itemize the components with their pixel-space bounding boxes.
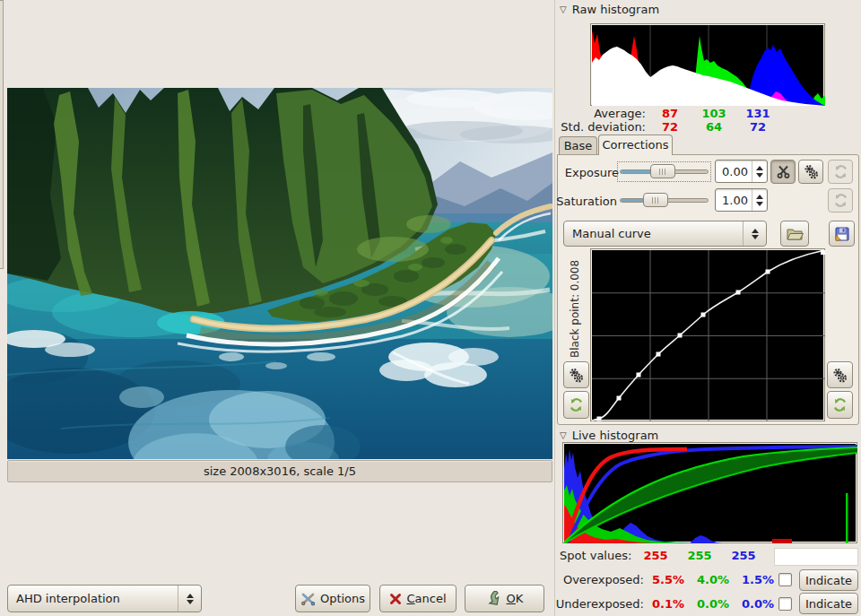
reset-exposure-button[interactable] xyxy=(828,160,853,184)
underexposed-indicate-button[interactable]: Indicate xyxy=(799,593,858,614)
stddev-label: Std. deviation: xyxy=(556,120,646,134)
clip-highlights-button[interactable] xyxy=(770,160,796,184)
gears-icon xyxy=(832,368,848,383)
tone-curve-plot xyxy=(592,250,825,421)
interpolation-select[interactable]: AHD interpolation xyxy=(7,585,202,612)
image-preview[interactable] xyxy=(7,88,552,459)
ok-button-label: OK xyxy=(507,592,524,605)
overexposed-blue: 1.5% xyxy=(737,573,778,586)
spot-values-label: Spot values: xyxy=(560,549,633,562)
spot-blue: 255 xyxy=(723,549,764,562)
load-curve-button[interactable] xyxy=(780,221,809,247)
gears-icon xyxy=(804,164,819,179)
expander-open-icon: ▽ xyxy=(560,4,567,14)
cancel-button[interactable]: Cancel xyxy=(379,585,457,612)
spin-arrows[interactable] xyxy=(752,161,767,182)
open-folder-icon xyxy=(786,227,804,241)
ok-arrow-icon xyxy=(486,591,502,606)
pane-separator xyxy=(554,0,555,616)
overexposed-label: Overexposed: xyxy=(549,573,644,586)
exposure-slider-thumb[interactable] xyxy=(650,164,675,178)
auto-curve-left-button[interactable] xyxy=(563,361,589,388)
underexposed-blue: 0.0% xyxy=(737,597,778,611)
tab-base[interactable]: Base xyxy=(559,136,597,154)
underexposed-label: Underexposed: xyxy=(549,597,644,611)
underexposed-red: 0.1% xyxy=(648,597,689,611)
saturation-value: 1.00 xyxy=(716,194,752,207)
preview-status-text: size 2008x3016, scale 1/5 xyxy=(204,464,356,478)
live-histogram-title: Live histogram xyxy=(572,429,659,442)
gears-icon xyxy=(569,368,584,383)
average-red: 87 xyxy=(649,107,691,120)
combo-arrows-icon xyxy=(178,586,201,612)
options-button-label: Options xyxy=(320,592,365,605)
preview-photo xyxy=(7,88,552,459)
combo-arrows-icon xyxy=(743,221,766,246)
cancel-button-label: Cancel xyxy=(406,592,446,605)
overexposed-red: 5.5% xyxy=(648,573,689,586)
exposure-value: 0.00 xyxy=(716,165,752,178)
saturation-slider-thumb[interactable] xyxy=(643,193,668,207)
scissors-icon xyxy=(776,164,791,179)
tone-curve-editor[interactable] xyxy=(590,248,825,421)
saturation-label: Saturation xyxy=(556,195,617,208)
tab-corrections[interactable]: Corrections xyxy=(598,134,673,155)
auto-curve-right-button[interactable] xyxy=(827,361,853,388)
tools-icon xyxy=(300,592,316,606)
exposure-slider[interactable] xyxy=(620,164,709,179)
overexposed-green: 4.0% xyxy=(692,573,734,586)
preview-status-bar: size 2008x3016, scale 1/5 xyxy=(7,460,552,482)
average-green: 103 xyxy=(693,107,735,120)
live-histogram-expander[interactable]: ▽ Live histogram xyxy=(560,429,658,442)
save-curve-button[interactable] xyxy=(829,221,855,247)
overexposed-indicate-button[interactable]: Indicate xyxy=(799,569,858,591)
options-button[interactable]: Options xyxy=(295,585,370,612)
reset-icon xyxy=(569,397,584,412)
spot-color-swatch xyxy=(774,548,858,566)
curve-select[interactable]: Manual curve xyxy=(563,221,767,247)
underexposed-green: 0.0% xyxy=(692,597,734,611)
saturation-spinbox[interactable]: 1.00 xyxy=(715,188,768,212)
raw-histogram-canvas[interactable] xyxy=(590,23,825,106)
underexposed-indicate-checkbox[interactable] xyxy=(778,597,792,611)
black-point-label: Black point: 0.008 xyxy=(569,248,583,358)
cancel-x-icon xyxy=(389,593,402,605)
overexposed-indicate-checkbox[interactable] xyxy=(778,573,792,586)
save-floppy-icon xyxy=(835,227,849,241)
live-histogram-plot xyxy=(564,444,857,543)
reset-icon xyxy=(833,164,848,179)
reset-icon xyxy=(832,397,848,412)
exposure-spinbox[interactable]: 0.00 xyxy=(715,160,768,183)
ok-button[interactable]: OK xyxy=(465,585,544,612)
curve-select-value: Manual curve xyxy=(564,227,743,240)
reset-icon xyxy=(833,193,848,208)
expander-open-icon: ▽ xyxy=(560,430,567,440)
live-histogram-canvas[interactable] xyxy=(562,442,857,543)
saturation-slider[interactable] xyxy=(620,193,709,208)
average-blue: 131 xyxy=(737,107,778,120)
raw-histogram-expander[interactable]: ▽ Raw histogram xyxy=(560,3,659,16)
auto-exposure-button[interactable] xyxy=(798,160,823,184)
stddev-red: 72 xyxy=(649,120,691,134)
reset-saturation-button[interactable] xyxy=(828,188,853,213)
spot-green: 255 xyxy=(679,549,720,562)
stddev-blue: 72 xyxy=(737,120,778,134)
interpolation-select-value: AHD interpolation xyxy=(8,592,178,605)
exposure-label: Exposure xyxy=(558,166,619,179)
reset-curve-button[interactable] xyxy=(827,391,853,419)
spot-red: 255 xyxy=(635,549,676,562)
spin-arrows[interactable] xyxy=(752,189,767,211)
ufraw-window: { "colors": { "red": "#e00000", "green":… xyxy=(0,0,861,616)
left-pane-handle[interactable] xyxy=(0,0,4,269)
reset-black-point-button[interactable] xyxy=(563,391,589,419)
raw-histogram-plot xyxy=(592,25,825,106)
stddev-green: 64 xyxy=(693,120,735,134)
average-label: Average: xyxy=(556,107,646,120)
raw-histogram-title: Raw histogram xyxy=(572,3,659,16)
